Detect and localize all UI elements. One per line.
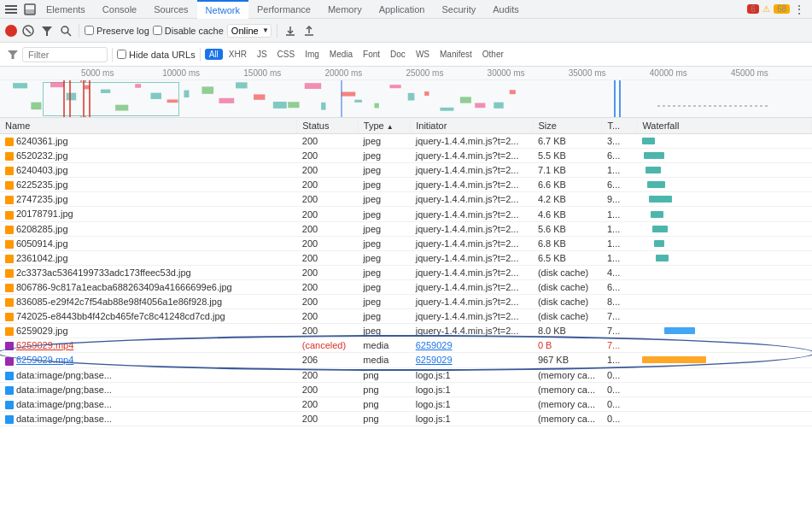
table-row[interactable]: 6259029.jpg200jpegjquery-1.4.4.min.js?t=… — [0, 324, 812, 338]
tab-sources[interactable]: Sources — [145, 0, 196, 19]
table-row[interactable]: 20178791.jpg200jpegjquery-1.4.4.min.js?t… — [0, 207, 812, 221]
table-row[interactable]: data:image/png;base...200pnglogo.js:1(me… — [0, 367, 812, 382]
filter-js-btn[interactable]: JS — [253, 49, 272, 60]
cell-time: 7... — [602, 338, 637, 353]
cell-status: 200 — [297, 163, 359, 178]
svg-marker-7 — [42, 26, 52, 36]
cell-size: 6.5 KB — [533, 250, 602, 265]
tab-security[interactable]: Security — [433, 0, 484, 19]
table-row[interactable]: data:image/png;base...200pnglogo.js:1(me… — [0, 396, 812, 411]
dock-btn[interactable] — [22, 2, 38, 17]
tab-elements[interactable]: Elements — [38, 0, 94, 19]
filter-input[interactable] — [22, 47, 108, 62]
more-options-icon[interactable]: ⋮ — [793, 3, 805, 16]
filter-font-btn[interactable]: Font — [359, 49, 384, 60]
table-row[interactable]: 742025-e8443bb4f42cb465fe7c8c41248cd7cd.… — [0, 309, 812, 324]
export-button[interactable] — [301, 23, 317, 38]
hide-data-urls-label[interactable]: Hide data URLs — [117, 50, 196, 60]
cell-type: jpeg — [358, 207, 410, 221]
th-status[interactable]: Status — [297, 118, 359, 134]
cell-size: 5.5 KB — [533, 149, 602, 163]
throttle-select[interactable]: Online — [227, 24, 272, 38]
tab-memory[interactable]: Memory — [319, 0, 371, 19]
th-time[interactable]: T... — [602, 118, 637, 134]
clear-button[interactable] — [20, 23, 36, 38]
cell-time: 1... — [602, 353, 637, 367]
table-row[interactable]: 6240361.jpg200jpegjquery-1.4.4.min.js?t=… — [0, 134, 812, 149]
cell-size: (memory ca... — [533, 396, 602, 411]
cell-time: 0... — [602, 382, 637, 396]
filter-all-btn[interactable]: All — [205, 49, 223, 60]
th-initiator[interactable]: Initiator — [411, 118, 533, 134]
filter-manifest-btn[interactable]: Manifest — [435, 49, 476, 60]
disable-cache-label[interactable]: Disable cache — [153, 26, 224, 36]
table-row[interactable]: 6259029.mp4206media6259029967 KB1... — [0, 353, 812, 367]
filter-toggle-button[interactable] — [39, 23, 55, 38]
cell-status: 200 — [297, 134, 359, 149]
tab-audits[interactable]: Audits — [484, 0, 528, 19]
file-type-icon — [5, 255, 14, 263]
th-type[interactable]: Type — [358, 118, 410, 134]
table-row[interactable]: 6520232.jpg200jpegjquery-1.4.4.min.js?t=… — [0, 149, 812, 163]
filter-xhr-btn[interactable]: XHR — [225, 49, 251, 60]
th-size[interactable]: Size — [533, 118, 602, 134]
table-row[interactable]: data:image/png;base...200pnglogo.js:1(me… — [0, 411, 812, 426]
throttle-select-wrap[interactable]: Online — [227, 24, 272, 38]
filter-media-btn[interactable]: Media — [325, 49, 357, 60]
table-row[interactable]: 6259029.mp4(canceled)media62590290 B7... — [0, 338, 812, 353]
tab-network[interactable]: Network — [197, 0, 248, 19]
cell-waterfall — [637, 295, 812, 309]
cell-initiator: jquery-1.4.4.min.js?t=2... — [411, 324, 533, 338]
cell-type: jpeg — [358, 295, 410, 309]
table-row[interactable]: 2747235.jpg200jpegjquery-1.4.4.min.js?t=… — [0, 192, 812, 207]
record-button[interactable] — [5, 25, 17, 37]
table-row[interactable]: 6240403.jpg200jpegjquery-1.4.4.min.js?t=… — [0, 163, 812, 178]
import-button[interactable] — [283, 23, 298, 38]
file-type-icon — [5, 313, 14, 321]
th-waterfall[interactable]: Waterfall — [637, 118, 812, 134]
filter-doc-btn[interactable]: Doc — [386, 49, 410, 60]
filter-img-btn[interactable]: Img — [301, 49, 324, 60]
table-row[interactable]: 6225235.jpg200jpegjquery-1.4.4.min.js?t=… — [0, 178, 812, 192]
filter-ws-btn[interactable]: WS — [412, 49, 434, 60]
tab-console[interactable]: Console — [94, 0, 145, 19]
svg-rect-0 — [5, 5, 17, 7]
file-type-icon — [5, 401, 14, 409]
disable-cache-checkbox[interactable] — [153, 26, 162, 35]
tick-0: 5000 ms — [81, 68, 114, 78]
file-type-icon — [5, 298, 14, 307]
preserve-log-checkbox[interactable] — [85, 26, 94, 35]
table-row[interactable]: 6208285.jpg200jpegjquery-1.4.4.min.js?t=… — [0, 221, 812, 236]
timeline-canvas[interactable] — [0, 80, 812, 118]
table-row[interactable]: 2361042.jpg200jpegjquery-1.4.4.min.js?t=… — [0, 250, 812, 265]
th-name[interactable]: Name — [0, 118, 297, 134]
filter-other-btn[interactable]: Other — [478, 49, 508, 60]
cell-initiator: jquery-1.4.4.min.js?t=2... — [411, 221, 533, 236]
table-row[interactable]: 836085-e29f42c7f54ab88e98f4056a1e86f928.… — [0, 295, 812, 309]
preserve-log-label[interactable]: Preserve log — [85, 26, 149, 36]
filter-css-btn[interactable]: CSS — [273, 49, 300, 60]
cell-waterfall — [637, 382, 812, 396]
cell-time: 1... — [602, 207, 637, 221]
cell-type: media — [358, 338, 410, 353]
devtools-menu-btn[interactable] — [3, 2, 19, 17]
file-type-icon — [5, 269, 14, 278]
cell-type: jpeg — [358, 279, 410, 294]
tick-6: 35000 ms — [569, 68, 606, 78]
cell-name: 806786-9c817a1eacba688263409a41666699e6.… — [0, 279, 297, 294]
table-row[interactable]: 2c3373ac5364199733adc173ffeec53d.jpg200j… — [0, 265, 812, 279]
filter-icon-button[interactable] — [5, 47, 20, 62]
table-row[interactable]: data:image/png;base...200pnglogo.js:1(me… — [0, 382, 812, 396]
cell-name: 6240403.jpg — [0, 163, 297, 178]
file-type-icon — [5, 226, 14, 234]
table-row[interactable]: 6050914.jpg200jpegjquery-1.4.4.min.js?t=… — [0, 236, 812, 250]
tab-application[interactable]: Application — [371, 0, 434, 19]
table-row[interactable]: 806786-9c817a1eacba688263409a41666699e6.… — [0, 279, 812, 294]
devtools-root: ElementsConsoleSourcesNetworkPerformance… — [0, 0, 812, 492]
warn-badge: 68 — [774, 4, 790, 14]
table-container[interactable]: Name Status Type Initiator Size T... Wat… — [0, 118, 812, 492]
tab-performance[interactable]: Performance — [248, 0, 319, 19]
hide-data-urls-checkbox[interactable] — [117, 50, 126, 59]
search-button[interactable] — [58, 23, 73, 38]
cell-initiator: logo.js:1 — [411, 382, 533, 396]
